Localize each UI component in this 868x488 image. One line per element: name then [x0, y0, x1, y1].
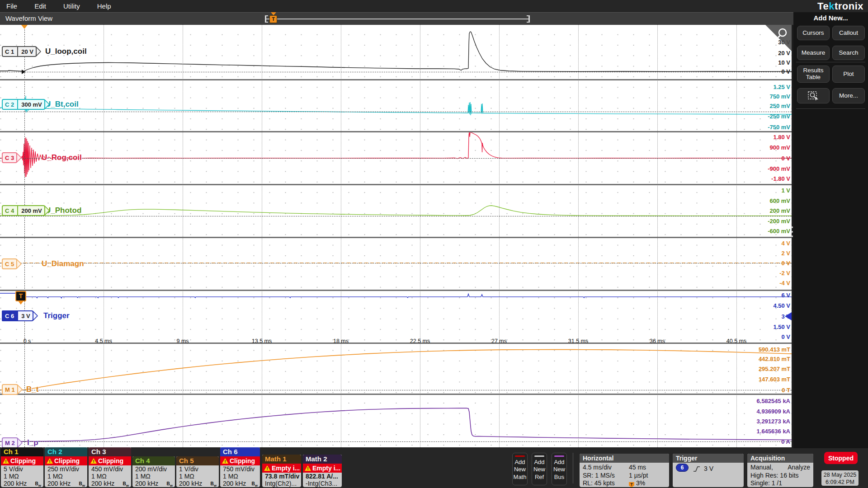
ch4-scale-label: -200 mV [736, 218, 790, 225]
ch2-scale-label: 750 mV [736, 93, 790, 100]
ch1-settings-badge[interactable]: Ch 1!Clipping5 V/div1 MΩ200 kHzBw [1, 447, 43, 487]
warning-icon: ! [222, 458, 228, 464]
results-table-button[interactable]: Results Table [797, 66, 830, 83]
panel-splitter-handle[interactable] [791, 224, 793, 240]
minimap-trigger-arrow-icon [271, 12, 276, 15]
time-axis-label: 13.5 ms [252, 338, 272, 344]
channel-warning: !Clipping [89, 456, 131, 465]
ch2-scale-label: -250 mV [736, 113, 790, 120]
ch2-channel-badge[interactable]: C 2300 mV [2, 99, 45, 110]
search-button[interactable]: Search [832, 46, 865, 60]
ch6-scale-label: 3 V [736, 313, 790, 320]
warning-icon: ! [264, 465, 270, 471]
ch2-settings-badge[interactable]: Ch 2!Clipping250 mV/div1 MΩ200 kHzBw [45, 447, 87, 487]
add-new-math-button[interactable]: AddNewMath [512, 453, 528, 485]
ch4-label[interactable]: U_Photod [45, 206, 81, 215]
m2-label[interactable]: I_p [27, 438, 38, 447]
ch2-scale-label: -750 mV [736, 124, 790, 131]
channel-setting-row: 1 MΩ [1, 473, 43, 480]
more--button[interactable]: More... [832, 88, 865, 103]
ch2-label[interactable]: U_Bt,coil [45, 100, 79, 109]
channel-badge-header: Ch 4 [132, 456, 175, 465]
run-stop-status-button[interactable]: Stopped [824, 452, 858, 464]
trigger-position-top-marker[interactable] [21, 25, 28, 29]
ch1-label[interactable]: U_loop,coil [45, 47, 87, 56]
acquisition-analyze: Analyze [788, 464, 810, 472]
waveform-view-title: Waveform View [5, 14, 52, 22]
ch5-channel-badge[interactable]: C 5 [2, 258, 17, 269]
menu-help[interactable]: Help [97, 2, 111, 10]
channel-warning: !Clipping [1, 456, 43, 465]
bandwidth-limit-icon: Bw [123, 480, 129, 487]
waveform-graticule[interactable]: 0 s4.5 ms9 ms13.5 ms18 ms22.5 ms27 ms31.… [0, 25, 792, 447]
record-position-minimap[interactable]: T [266, 13, 529, 25]
measure-button[interactable]: Measure [797, 46, 830, 60]
menu-file[interactable]: File [6, 2, 17, 10]
channel-setting-row: 73.8 mT/div [262, 473, 301, 480]
minimap-trigger-marker[interactable]: T [269, 15, 277, 23]
menu-edit[interactable]: Edit [34, 2, 46, 10]
channel-setting-row: 200 kHzBw [132, 480, 175, 487]
math1-settings-badge[interactable]: Math 1!Empty i...73.8 mT/divIntg(Ch2)... [262, 455, 301, 487]
ch1-channel-badge[interactable]: C 120 V [2, 46, 37, 57]
channel-badge-header: Ch 3 [89, 447, 131, 456]
m1-scale-label: 590.413 mT [736, 346, 790, 353]
m2-scale-label: 3.291273 kA [736, 418, 790, 425]
ch1-badge-text: C 1 [2, 46, 17, 57]
trigger-level-arrow[interactable] [785, 312, 792, 320]
cursors-button[interactable]: Cursors [797, 26, 830, 40]
ch5-label[interactable]: U_Diamagn [42, 259, 84, 268]
channel-setting-row: 200 mV/div [132, 465, 175, 473]
major-gridline [262, 25, 262, 447]
horizontal-value: 1 µs/pt [629, 472, 648, 480]
ch3-label[interactable]: U_Rog,coil [42, 153, 82, 162]
m1-label[interactable]: B_t [26, 385, 38, 394]
ch6-label[interactable]: Trigger [43, 311, 70, 320]
channel-setting-row: 200 kHzBw [176, 480, 219, 487]
ch3-trace [0, 131, 792, 177]
trigger-panel[interactable]: Trigger 6 3 V [673, 454, 744, 487]
ch1-badge-text: 20 V [17, 46, 37, 57]
ch2-scale-label: 250 mV [736, 103, 790, 109]
ch5-scale-label: -2 V [736, 270, 790, 277]
ch4-scale-label: 600 mV [736, 197, 790, 204]
channel-setting-row: 5 V/div [1, 465, 43, 473]
add-new-bus-button[interactable]: AddNewBus [552, 453, 567, 485]
add-new-ref-button[interactable]: AddNewRef [532, 453, 547, 485]
ch6-channel-badge[interactable]: C 63 V [2, 310, 33, 321]
channel-setting-row: 200 kHzBw [45, 480, 87, 487]
channel-warning: !Empty i... [262, 464, 301, 473]
zoom-select-button[interactable] [797, 88, 830, 103]
ch5-settings-badge[interactable]: Ch 51 V/div1 MΩ200 kHzBw [176, 456, 219, 487]
channel-badge-header: Math 1 [262, 455, 301, 464]
acquisition-panel[interactable]: Acquisition Manual, Analyze High Res: 16… [747, 454, 813, 487]
bottom-separator [573, 453, 573, 483]
plot-button[interactable]: Plot [832, 66, 865, 83]
menu-utility[interactable]: Utility [63, 2, 80, 10]
ch4-channel-badge[interactable]: C 4200 mV [2, 205, 45, 216]
trigger-source-t-badge[interactable]: T [15, 291, 26, 301]
slice-divider [0, 184, 792, 185]
minimap-left-bracket[interactable] [265, 15, 266, 23]
m1-channel-badge[interactable]: M 1 [2, 384, 18, 395]
minimap-right-bracket[interactable] [528, 15, 530, 23]
m2-channel-badge[interactable]: M 2 [2, 437, 18, 447]
horizontal-panel[interactable]: Horizontal 4.5 ms/div45 msSR: 1 MS/s1 µs… [580, 454, 669, 487]
warning-icon: ! [47, 458, 53, 464]
ch1-scale-label: 0 V [736, 68, 790, 75]
rising-edge-icon [693, 465, 700, 473]
ch3-settings-badge[interactable]: Ch 3!Clipping450 mV/div1 MΩ200 kHzBw [89, 447, 131, 487]
channel-badge-header: Ch 6 [220, 447, 260, 456]
ch5-scale-label: 4 V [736, 240, 790, 247]
ch4-settings-badge[interactable]: Ch 4200 mV/div1 MΩ200 kHzBw [132, 456, 175, 487]
ch6-settings-badge[interactable]: Ch 6!Clipping750 mV/div1 MΩ200 kHzBw [220, 447, 260, 487]
ch1-scale-label: 10 V [736, 59, 790, 66]
acquisition-panel-title: Acquisition [747, 454, 813, 463]
bandwidth-limit-icon: Bw [79, 480, 85, 487]
callout-button[interactable]: Callout [832, 26, 865, 40]
major-gridline [183, 25, 183, 447]
channel-warning: !Clipping [45, 456, 87, 465]
time-axis-label: 18 ms [333, 338, 349, 344]
math2-settings-badge[interactable]: Math 2!Empty i...822.81 A/...-Intg(Ch3..… [303, 455, 342, 487]
ch3-channel-badge[interactable]: C 3 [2, 152, 17, 163]
